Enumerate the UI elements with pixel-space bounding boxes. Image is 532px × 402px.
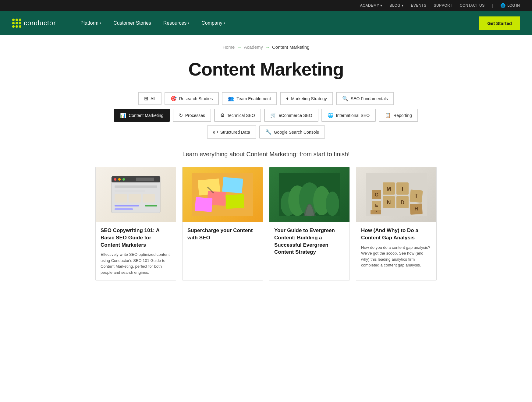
filter-international-seo[interactable]: 🌐 International SEO bbox=[321, 109, 376, 122]
filter-row-1: ⊞ All 🎯 Research Studies 👥 Team Enableme… bbox=[138, 92, 394, 105]
main-nav: conductor Platform ▾ Customer Stories Re… bbox=[0, 11, 532, 35]
breadcrumb-home[interactable]: Home bbox=[222, 44, 235, 50]
page-title: Content Marketing bbox=[12, 59, 520, 80]
filter-all[interactable]: ⊞ All bbox=[138, 92, 161, 105]
filter-content-marketing[interactable]: 📊 Content Marketing bbox=[114, 109, 169, 122]
svg-rect-18 bbox=[225, 194, 244, 209]
contact-us-link[interactable]: CONTACT US bbox=[460, 3, 485, 8]
filter-row-3: 🏷 Structured Data 🔧 Google Search Consol… bbox=[207, 125, 325, 139]
svg-rect-13 bbox=[145, 205, 157, 206]
filter-technical-seo[interactable]: ⚙ Technical SEO bbox=[214, 109, 261, 122]
svg-rect-12 bbox=[115, 208, 133, 210]
svg-text:T: T bbox=[414, 193, 418, 199]
login-label: LOG IN bbox=[507, 3, 520, 8]
globe-icon: 🌐 bbox=[500, 3, 505, 8]
research-icon: 🎯 bbox=[171, 96, 177, 101]
filter-google-search-console[interactable]: 🔧 Google Search Console bbox=[259, 125, 325, 139]
svg-text:H: H bbox=[414, 206, 418, 211]
structured-icon: 🏷 bbox=[213, 129, 218, 135]
svg-rect-9 bbox=[129, 194, 141, 203]
filter-section: ⊞ All 🎯 Research Studies 👥 Team Enableme… bbox=[0, 92, 532, 148]
breadcrumb: Home → Academy → Content Marketing bbox=[222, 44, 309, 50]
top-bar: ACADEMY ▾ BLOG ▾ EVENTS SUPPORT CONTACT … bbox=[0, 0, 532, 11]
svg-text:E: E bbox=[375, 203, 378, 208]
filter-ecommerce-seo[interactable]: 🛒 eCommerce SEO bbox=[264, 109, 318, 122]
divider: | bbox=[492, 3, 493, 8]
nav-customer-stories[interactable]: Customer Stories bbox=[107, 11, 157, 35]
card-2-image bbox=[183, 167, 263, 222]
academy-link[interactable]: ACADEMY ▾ bbox=[360, 3, 382, 8]
svg-point-26 bbox=[326, 192, 339, 216]
svg-rect-17 bbox=[222, 177, 243, 193]
card-4[interactable]: M I N D T H E G P How (And Why) to Do a … bbox=[356, 167, 437, 280]
reporting-icon: 📋 bbox=[385, 112, 391, 118]
card-3-body: Your Guide to Evergreen Content: Buildin… bbox=[269, 222, 349, 264]
card-1-body: SEO Copywriting 101: A Basic SEO Guide f… bbox=[96, 222, 176, 280]
technical-icon: ⚙ bbox=[220, 112, 225, 118]
card-3-image bbox=[269, 167, 349, 222]
svg-rect-8 bbox=[115, 194, 127, 203]
card-4-image: M I N D T H E G P bbox=[356, 167, 436, 222]
card-1-desc: Effectively write SEO optimized content … bbox=[101, 252, 171, 275]
all-icon: ⊞ bbox=[144, 96, 148, 101]
page-subtitle: Learn everything about Content Marketing… bbox=[12, 151, 520, 158]
filter-row-2: 📊 Content Marketing ↻ Processes ⚙ Techni… bbox=[114, 109, 418, 122]
filter-marketing-strategy[interactable]: ♦ Marketing Strategy bbox=[280, 92, 333, 105]
card-2-title: Supercharge your Content with SEO bbox=[187, 227, 258, 242]
resources-arrow: ▾ bbox=[188, 11, 189, 35]
gsc-icon: 🔧 bbox=[265, 129, 271, 135]
svg-rect-10 bbox=[143, 194, 155, 203]
team-icon: 👥 bbox=[228, 96, 234, 101]
cards-section: SEO Copywriting 101: A Basic SEO Guide f… bbox=[83, 167, 449, 293]
filter-reporting[interactable]: 📋 Reporting bbox=[379, 109, 418, 122]
logo-dots bbox=[12, 19, 21, 28]
breadcrumb-section: Home → Academy → Content Marketing bbox=[0, 35, 532, 53]
support-link[interactable]: SUPPORT bbox=[434, 3, 452, 8]
content-icon: 📊 bbox=[120, 112, 126, 118]
logo[interactable]: conductor bbox=[12, 19, 56, 28]
svg-rect-5 bbox=[136, 178, 154, 181]
processes-icon: ↻ bbox=[179, 112, 183, 118]
logo-name: conductor bbox=[24, 19, 56, 27]
svg-point-2 bbox=[114, 178, 116, 181]
card-4-desc: How do you do a content gap analysis? We… bbox=[361, 245, 431, 268]
card-2[interactable]: Supercharge your Content with SEO bbox=[182, 167, 263, 280]
svg-text:M: M bbox=[386, 186, 391, 192]
filter-seo-fundamentals[interactable]: 🔍 SEO Fundamentals bbox=[336, 92, 394, 105]
strategy-icon: ♦ bbox=[286, 96, 289, 101]
svg-rect-11 bbox=[115, 205, 139, 206]
card-4-title: How (And Why) to Do a Content Gap Analys… bbox=[361, 227, 431, 242]
events-link[interactable]: EVENTS bbox=[411, 3, 426, 8]
nav-links: Platform ▾ Customer Stories Resources ▾ … bbox=[74, 11, 480, 35]
get-started-button[interactable]: Get Started bbox=[479, 16, 520, 30]
svg-rect-19 bbox=[195, 197, 212, 212]
svg-text:G: G bbox=[374, 192, 378, 197]
card-4-body: How (And Why) to Do a Content Gap Analys… bbox=[356, 222, 436, 273]
international-icon: 🌐 bbox=[328, 112, 334, 118]
svg-point-4 bbox=[122, 178, 125, 181]
ecommerce-icon: 🛒 bbox=[270, 112, 276, 118]
platform-arrow: ▾ bbox=[100, 11, 101, 35]
card-3[interactable]: Your Guide to Evergreen Content: Buildin… bbox=[269, 167, 350, 280]
login-button[interactable]: 🌐 LOG IN bbox=[500, 3, 520, 8]
nav-platform[interactable]: Platform ▾ bbox=[74, 11, 108, 35]
card-3-title: Your Guide to Evergreen Content: Buildin… bbox=[274, 227, 345, 256]
filter-processes[interactable]: ↻ Processes bbox=[173, 109, 211, 122]
blog-link[interactable]: BLOG ▾ bbox=[390, 3, 404, 8]
svg-text:P: P bbox=[374, 210, 377, 214]
filter-research-studies[interactable]: 🎯 Research Studies bbox=[165, 92, 219, 105]
card-2-body: Supercharge your Content with SEO bbox=[183, 222, 263, 249]
filter-structured-data[interactable]: 🏷 Structured Data bbox=[207, 125, 256, 139]
nav-company[interactable]: Company ▾ bbox=[195, 11, 231, 35]
svg-rect-6 bbox=[115, 185, 157, 188]
breadcrumb-academy[interactable]: Academy bbox=[244, 44, 263, 50]
card-1[interactable]: SEO Copywriting 101: A Basic SEO Guide f… bbox=[95, 167, 176, 280]
svg-rect-7 bbox=[115, 190, 145, 192]
breadcrumb-current: Content Marketing bbox=[272, 44, 310, 50]
nav-resources[interactable]: Resources ▾ bbox=[157, 11, 195, 35]
svg-text:N: N bbox=[387, 199, 391, 206]
breadcrumb-arrow-2: → bbox=[265, 45, 270, 50]
filter-team-enablement[interactable]: 👥 Team Enablement bbox=[222, 92, 277, 105]
svg-text:D: D bbox=[400, 199, 404, 206]
breadcrumb-arrow-1: → bbox=[237, 45, 241, 50]
